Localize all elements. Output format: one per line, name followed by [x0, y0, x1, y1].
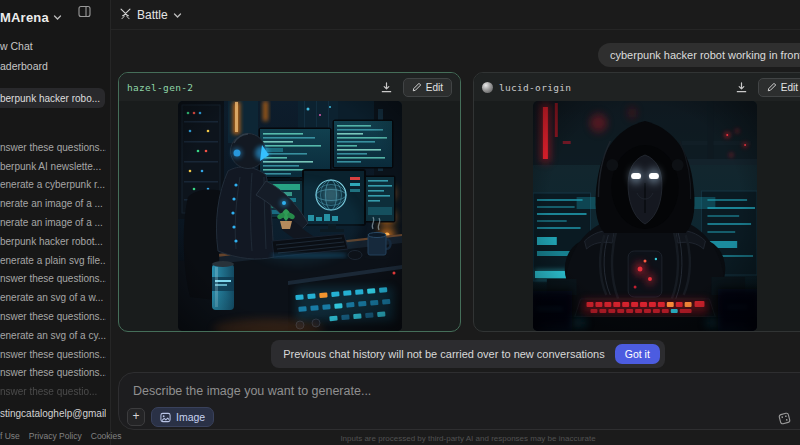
privacy-policy-link[interactable]: Privacy Policy	[29, 431, 82, 441]
list-item[interactable]: nswer these questions...	[0, 364, 106, 383]
edit-label: Edit	[426, 82, 443, 93]
pencil-icon	[767, 82, 777, 92]
list-item[interactable]: enerate a cyberpunk r...	[0, 176, 106, 195]
current-chat-label: berpunk hacker robo...	[0, 93, 100, 104]
panel-body	[474, 101, 800, 332]
edit-button[interactable]: Edit	[758, 78, 800, 97]
download-icon	[735, 81, 748, 94]
prompt-composer: + Image	[118, 372, 800, 430]
list-item[interactable]: nerate an image of a ...	[0, 194, 106, 213]
list-item[interactable]: nswer these questions...	[0, 345, 106, 364]
sidebar-item-new-chat[interactable]: w Chat	[0, 37, 105, 55]
generated-image-right	[533, 101, 757, 331]
list-item[interactable]: nswer these questio...	[0, 382, 106, 401]
panel-header: hazel-gen-2 Edit	[119, 73, 460, 101]
app-logo: MArena	[0, 10, 49, 25]
random-prompt-button[interactable]	[775, 409, 793, 427]
list-item[interactable]: berpunk AI newslette...	[0, 157, 106, 176]
list-item[interactable]: enerate a plain svg file...	[0, 251, 106, 270]
list-item[interactable]: enerate an svg of a cy...	[0, 326, 106, 345]
user-prompt-message: cyberpunk hacker robot working in front …	[598, 43, 800, 67]
generated-image-left-art	[178, 101, 402, 331]
list-item[interactable]: enerate an svg of a w...	[0, 288, 106, 307]
chevron-down-icon	[173, 6, 182, 24]
panel-body	[119, 101, 460, 332]
sidebar-collapse-button[interactable]	[76, 5, 92, 21]
list-item[interactable]: nswer these questions...	[0, 270, 106, 289]
cookies-link[interactable]: Cookies	[91, 431, 122, 441]
logo-menu[interactable]: MArena	[0, 6, 111, 28]
image-chip-label: Image	[176, 411, 205, 423]
battle-panel-right: lucid-origin Edit	[473, 72, 800, 332]
mode-label: Battle	[137, 8, 168, 22]
sidebar-item-leaderboard[interactable]: aderboard	[0, 57, 105, 75]
list-item[interactable]: nerate an image of a ...	[0, 213, 106, 232]
edit-button[interactable]: Edit	[403, 78, 452, 97]
chevron-down-icon	[53, 13, 62, 22]
lmarena-app: MArena w Chat aderboard berpunk hacker r…	[0, 0, 800, 445]
prompt-input[interactable]	[133, 381, 563, 401]
sidebar-item-current-chat[interactable]: berpunk hacker robo...	[0, 88, 105, 108]
history-notice: Previous chat history will not be carrie…	[271, 340, 665, 368]
sidebar-footer: f Use Privacy Policy Cookies	[0, 431, 111, 441]
account-email-button[interactable]: stingcataloghelp@gmail.c...	[0, 404, 106, 422]
terms-link[interactable]: f Use	[0, 431, 20, 441]
download-icon	[380, 81, 393, 94]
model-name-right: lucid-origin	[499, 82, 571, 93]
list-item[interactable]: nswer these questions...	[0, 138, 106, 157]
generated-image-left	[178, 101, 402, 331]
dice-icon	[777, 411, 792, 426]
crossed-swords-icon	[119, 6, 132, 24]
chat-history-list: nswer these questions... berpunk AI news…	[0, 138, 106, 401]
mode-selector[interactable]: Battle	[119, 6, 182, 24]
new-chat-label: w Chat	[0, 40, 33, 52]
edit-label: Edit	[781, 82, 798, 93]
user-prompt-text: cyberpunk hacker robot working in front …	[610, 49, 800, 61]
download-button[interactable]	[377, 78, 397, 96]
download-button[interactable]	[732, 78, 752, 96]
battle-panel-left: hazel-gen-2 Edit	[118, 72, 461, 332]
list-item[interactable]: nswer these questions...	[0, 307, 106, 326]
notice-text: Previous chat history will not be carrie…	[283, 348, 605, 360]
model-name-left: hazel-gen-2	[127, 82, 193, 93]
sidebar: MArena w Chat aderboard berpunk hacker r…	[0, 0, 111, 445]
top-bar: Battle	[111, 0, 800, 30]
account-email: stingcataloghelp@gmail.c...	[0, 408, 106, 419]
generated-image-right-art	[533, 101, 757, 331]
notice-container: Previous chat history will not be carrie…	[118, 340, 800, 368]
image-icon	[160, 412, 171, 423]
got-it-button[interactable]: Got it	[615, 344, 660, 364]
main-area: Battle cyberpunk hacker robot working in…	[111, 0, 800, 445]
image-mode-chip[interactable]: Image	[151, 407, 214, 427]
list-item[interactable]: berpunk hacker robot...	[0, 232, 106, 251]
panel-header: lucid-origin Edit	[474, 73, 800, 101]
attach-button[interactable]: +	[127, 408, 145, 426]
model-logo-icon	[482, 82, 493, 93]
pencil-icon	[412, 82, 422, 92]
ai-disclaimer: Inputs are processed by third-party AI a…	[118, 434, 800, 443]
panel-collapse-icon	[78, 4, 91, 22]
leaderboard-label: aderboard	[0, 60, 48, 72]
